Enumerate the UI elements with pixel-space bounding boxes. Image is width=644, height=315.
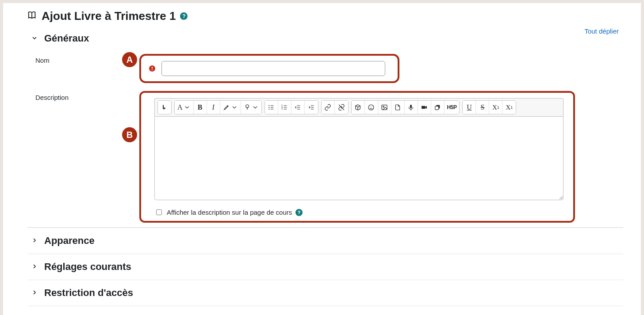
editor-toolbar: A B I — [154, 98, 564, 116]
toolbar-subscript-button[interactable]: X1 — [489, 101, 502, 114]
required-icon: ! — [149, 65, 155, 72]
svg-rect-23 — [382, 105, 387, 110]
section-header-restrict[interactable]: Restriction d'accès — [31, 285, 623, 300]
chevron-right-icon — [31, 289, 39, 297]
svg-rect-27 — [422, 106, 426, 109]
section-title-appearance: Apparence — [44, 235, 95, 247]
show-desc-label: Afficher la description sur la page de c… — [167, 209, 292, 216]
section-header-completion[interactable]: Conditions d'achèvement — [31, 311, 623, 315]
section-general: Généraux Nom A ! Description B — [27, 27, 623, 228]
toolbar-unlink-button[interactable] — [335, 101, 348, 114]
svg-text:3: 3 — [281, 108, 283, 110]
toolbar-outdent-button[interactable] — [291, 101, 305, 114]
expand-all-link[interactable]: Tout déplier — [584, 27, 619, 35]
help-icon[interactable]: ? — [180, 12, 188, 20]
svg-point-20 — [368, 105, 374, 110]
svg-point-3 — [268, 109, 269, 110]
toolbar-superscript-button[interactable]: X1 — [502, 101, 516, 114]
svg-point-24 — [383, 106, 384, 107]
page-title-text: Ajout Livre à Trimestre 1 — [42, 9, 176, 23]
section-body-general: Nom A ! Description B — [27, 54, 623, 223]
toolbar-video-button[interactable] — [418, 101, 431, 114]
toolbar-emoji-button[interactable] — [365, 101, 378, 114]
name-input[interactable] — [161, 61, 385, 76]
toolbar-h5p-button[interactable]: H5P — [445, 101, 460, 114]
svg-point-0 — [245, 105, 249, 108]
toolbar-manage-files-button[interactable] — [431, 101, 445, 114]
section-restrict: Restriction d'accès — [27, 280, 623, 306]
svg-point-1 — [268, 105, 269, 106]
show-desc-row: Afficher la description sur la page de c… — [154, 208, 564, 216]
toolbar-microphone-button[interactable] — [405, 101, 418, 114]
svg-marker-28 — [426, 106, 427, 109]
form-row-description: Description B A — [35, 91, 623, 223]
page-container: Ajout Livre à Trimestre 1 ? Tout déplier… — [3, 3, 641, 315]
toolbar-bold-button[interactable]: B — [194, 101, 207, 114]
show-desc-checkbox[interactable] — [156, 209, 162, 215]
description-editor[interactable] — [154, 116, 564, 200]
toolbar-italic-button[interactable]: I — [207, 101, 220, 114]
toolbar-expand-button[interactable] — [158, 101, 171, 114]
section-header-common[interactable]: Réglages courants — [31, 259, 623, 274]
toolbar-numbered-list-button[interactable]: 123 — [278, 101, 291, 114]
toolbar-highlight-button[interactable] — [220, 101, 241, 114]
toolbar-strike-button[interactable]: S — [476, 101, 489, 114]
svg-point-2 — [268, 107, 269, 108]
svg-point-21 — [370, 106, 370, 107]
section-header-general[interactable]: Généraux — [31, 31, 623, 46]
toolbar-image-button[interactable] — [378, 101, 391, 114]
book-icon — [27, 9, 37, 23]
section-appearance: Apparence — [27, 228, 623, 254]
chevron-right-icon — [31, 237, 39, 245]
toolbar-indent-button[interactable] — [305, 101, 318, 114]
section-title-completion: Conditions d'achèvement — [44, 313, 162, 315]
toolbar-paragraph-button[interactable]: A — [175, 101, 194, 114]
chevron-right-icon — [31, 263, 39, 271]
description-highlight-box: A B I — [139, 91, 575, 223]
section-common: Réglages courants — [27, 254, 623, 280]
name-highlight-box: ! — [139, 54, 399, 83]
chevron-down-icon — [31, 34, 39, 42]
toolbar-file-button[interactable] — [391, 101, 405, 114]
callout-badge-b: B — [122, 127, 137, 142]
toolbar-help-button[interactable] — [241, 101, 261, 114]
svg-point-22 — [372, 106, 372, 107]
section-completion: Conditions d'achèvement — [27, 306, 623, 315]
help-icon[interactable]: ? — [295, 209, 303, 216]
section-title-general: Généraux — [44, 33, 89, 44]
toolbar-link-button[interactable] — [322, 101, 335, 114]
toolbar-equation-button[interactable] — [352, 101, 365, 114]
callout-badge-a: A — [122, 52, 137, 67]
toolbar-underline-button[interactable]: U — [463, 101, 476, 114]
svg-rect-30 — [435, 106, 439, 110]
section-title-restrict: Restriction d'accès — [44, 287, 133, 299]
label-description: Description — [35, 91, 139, 101]
section-header-appearance[interactable]: Apparence — [31, 233, 623, 248]
page-title-row: Ajout Livre à Trimestre 1 ? — [27, 9, 623, 23]
toolbar-bullet-list-button[interactable] — [265, 101, 278, 114]
section-title-common: Réglages courants — [44, 261, 131, 273]
svg-rect-25 — [410, 105, 412, 108]
form-row-name: Nom A ! — [35, 54, 623, 83]
